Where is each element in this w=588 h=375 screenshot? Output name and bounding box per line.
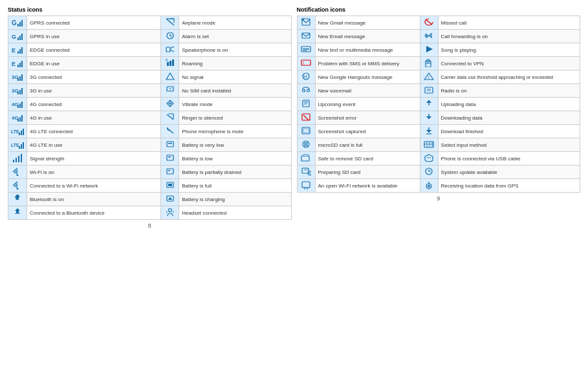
table-row: 4G 4G connected Vibrate mode	[8, 98, 292, 111]
status-icon-left-12	[8, 179, 27, 193]
status-label-left-4: 3G connected	[27, 70, 161, 84]
table-row: New voicemail Radio is on	[297, 84, 580, 98]
svg-rect-23	[167, 62, 169, 66]
notif-icon-left-7	[297, 111, 315, 125]
table-row: E EDGE connected Speakerphone is on	[8, 43, 292, 57]
status-label-right-13: Battery is charging	[179, 193, 291, 206]
status-icon-left-7: 4G	[8, 111, 27, 125]
table-row: Signal strength Battery is low	[8, 152, 292, 166]
status-icon-left-4: 3G	[8, 70, 27, 84]
svg-text:G: G	[12, 19, 17, 27]
svg-line-4	[166, 19, 174, 25]
status-icon-right-7	[161, 111, 179, 125]
svg-rect-25	[172, 59, 174, 66]
svg-rect-56	[21, 144, 22, 149]
status-label-left-0: GPRS connected	[27, 16, 161, 30]
status-icon-left-0: G	[8, 16, 27, 30]
table-row: LTE 4G LTE connected Phone microphone is…	[8, 125, 292, 138]
notif-icon-right-1	[420, 30, 438, 43]
notif-label-right-8: Download finished	[438, 125, 580, 138]
notif-icon-left-2	[297, 43, 315, 57]
notif-icon-right-2	[420, 43, 438, 57]
svg-line-103	[303, 115, 309, 120]
svg-rect-81	[303, 48, 309, 50]
status-icon-left-6: 4G	[8, 98, 27, 111]
svg-line-17	[170, 47, 174, 48]
svg-rect-41	[21, 102, 23, 108]
status-label-left-11: Wi-Fi is on	[27, 166, 161, 179]
svg-rect-39	[17, 105, 19, 108]
status-label-left-10: Signal strength	[27, 152, 161, 166]
table-row: ★ Bluetooth is on Battery is charging	[8, 193, 292, 206]
notif-icon-right-0	[420, 16, 438, 30]
status-label-right-5: No SIM card installed	[179, 84, 291, 98]
status-label-left-2: EDGE connected	[27, 43, 161, 57]
svg-point-69	[17, 188, 19, 190]
svg-rect-52	[23, 129, 24, 135]
table-row: New text or multimedia message Song is p…	[297, 43, 580, 57]
svg-rect-35	[21, 88, 23, 94]
status-icon-right-5: ?	[161, 84, 179, 98]
svg-rect-102	[302, 114, 310, 120]
table-row: Preparing SD card System update availabl…	[297, 166, 580, 179]
svg-marker-31	[166, 73, 174, 80]
status-label-right-3: Roaming	[179, 57, 291, 70]
status-label-left-1: GPRS in use	[27, 30, 161, 43]
status-icon-right-8	[161, 125, 179, 138]
table-row: An open Wi-Fi network is available Recei…	[297, 179, 580, 193]
status-label-right-2: Speakerphone is on	[179, 43, 291, 57]
svg-text:?: ?	[169, 87, 171, 92]
status-icon-right-9	[161, 138, 179, 152]
svg-rect-62	[18, 156, 19, 162]
status-icon-left-9: LTE	[8, 138, 27, 152]
svg-text:LTE: LTE	[11, 143, 19, 147]
notif-label-left-4: New Google Hangouts message	[315, 70, 420, 84]
notif-label-left-5: New voicemail	[315, 84, 420, 98]
status-label-right-10: Battery is low	[179, 152, 291, 166]
svg-rect-51	[21, 131, 22, 135]
svg-text:R: R	[166, 58, 168, 62]
status-label-left-5: 3G in use	[27, 84, 161, 98]
notification-icons-title: Notification icons	[297, 6, 581, 13]
status-icon-left-1: G	[8, 30, 27, 43]
notif-label-left-8: Screenshot captured	[315, 125, 420, 138]
svg-rect-61	[16, 158, 17, 162]
notif-label-left-7: Screenshot error	[315, 111, 420, 125]
status-icon-left-3: E	[8, 57, 27, 70]
svg-rect-21	[19, 63, 21, 67]
status-label-right-8: Phone microphone is mute	[179, 125, 291, 138]
svg-point-127	[428, 186, 430, 187]
svg-text:G: G	[12, 34, 16, 40]
status-icon-right-1	[161, 30, 179, 43]
svg-rect-2	[19, 22, 21, 27]
notif-icon-left-11	[297, 166, 315, 179]
status-label-right-9: Battery is very low	[179, 138, 291, 152]
svg-rect-63	[21, 154, 22, 162]
svg-rect-98	[303, 100, 309, 107]
notif-label-left-2: New text or multimedia message	[315, 43, 420, 57]
svg-rect-64	[167, 155, 173, 160]
status-icon-left-2: E	[8, 43, 27, 57]
table-row: Screenshot error Downloading data	[297, 111, 580, 125]
notif-label-right-5: Radio is on	[438, 84, 580, 98]
notif-label-right-11: System update available	[438, 166, 580, 179]
status-label-right-7: Ringer is silenced	[179, 111, 291, 125]
table-row: Connected to a Wi-Fi network Battery is …	[8, 179, 292, 193]
svg-rect-57	[23, 142, 24, 149]
status-icon-right-13	[161, 193, 179, 206]
status-label-right-1: Alarm is set	[179, 30, 291, 43]
notif-icon-left-6	[297, 98, 315, 111]
status-icon-right-2	[161, 43, 179, 57]
svg-rect-16	[166, 47, 170, 52]
svg-rect-55	[19, 146, 20, 149]
svg-rect-3	[21, 20, 23, 27]
status-icon-right-11	[161, 166, 179, 179]
notif-icon-left-12	[297, 179, 315, 193]
svg-rect-58	[167, 142, 173, 147]
svg-rect-95	[425, 87, 433, 93]
notif-label-left-3: Problem with SMS or MMS delivery	[315, 57, 420, 70]
svg-point-66	[17, 175, 19, 177]
notif-label-right-0: Missed call	[438, 16, 580, 30]
table-row: 3G 3G connected No signal	[8, 70, 292, 84]
svg-rect-45	[17, 119, 19, 122]
